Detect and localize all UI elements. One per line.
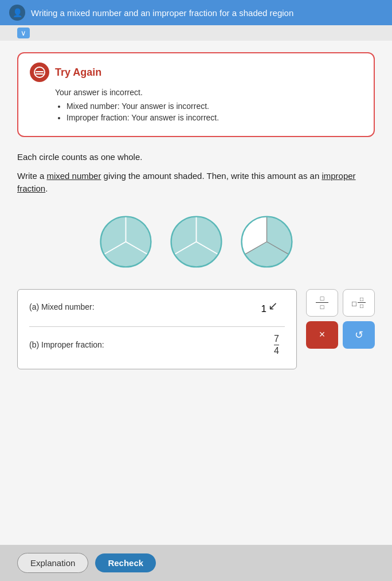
try-again-box: Try Again Your answer is incorrect. Mixe… [17,52,375,137]
redo-icon: ↺ [355,329,363,341]
fraction-icon: □ □ [316,295,328,311]
instruction-1: Each circle counts as one whole. [17,151,375,164]
user-avatar: 👤 [9,5,25,21]
mixed-number-link: mixed number [46,171,101,181]
instruction-2: Write a mixed number giving the amount s… [17,170,375,196]
bottom-bar: Explanation Recheck [0,545,392,581]
svg-rect-0 [36,71,44,72]
keypad: □ □ □ □ □ [306,289,375,349]
mixed-fraction-icon: □ □ □ [352,296,366,310]
delete-button[interactable]: × [306,321,338,349]
part-b-label: (b) Improper fraction: [29,340,104,349]
answer-divider [29,326,285,327]
part-a-label: (a) Mixed number: [29,302,95,311]
keypad-row-1: □ □ □ □ □ [306,289,375,317]
answer-row-a: (a) Mixed number: 1 ↙ [29,299,285,315]
delete-icon: × [319,329,326,341]
try-again-title: Try Again [55,67,101,79]
try-again-icon [30,63,49,82]
main-content: Try Again Your answer is incorrect. Mixe… [0,41,392,581]
chevron-button[interactable]: ∨ [17,28,30,38]
header-title: Writing a mixed number and an improper f… [31,8,293,18]
svg-rect-1 [36,73,44,75]
fraction-numerator: 7 [274,334,279,344]
mixed-whole: 1 [261,303,266,315]
mixed-number-display: 1 ↙ [261,299,279,315]
bullet-1: Mixed number: Your answer is incorrect. [66,102,362,111]
circle-2 [166,212,226,272]
fraction-bar [274,345,279,346]
mixed-fraction-button[interactable]: □ □ □ [343,289,375,317]
try-again-body: Your answer is incorrect. Mixed number: … [55,88,362,122]
keypad-row-2: × ↺ [306,321,375,349]
try-again-header: Try Again [30,63,362,82]
fraction-button[interactable]: □ □ [306,289,338,317]
circle-3 [237,212,297,272]
cursor-icon: ↙ [268,299,278,313]
fraction-denominator: 4 [274,346,279,356]
explanation-button[interactable]: Explanation [17,553,88,573]
answer-row-b: (b) Improper fraction: 7 4 [29,334,285,357]
try-again-subtitle: Your answer is incorrect. [55,88,362,97]
header-bar: 👤 Writing a mixed number and an improper… [0,0,392,25]
circle-1 [96,212,156,272]
improper-fraction-display: 7 4 [274,334,279,357]
answer-area: (a) Mixed number: 1 ↙ (b) Improper fract… [17,289,375,369]
bullet-2: Improper fraction: Your answer is incorr… [66,113,362,122]
circles-container [17,212,375,272]
try-again-bullets: Mixed number: Your answer is incorrect. … [55,102,362,122]
answer-box: (a) Mixed number: 1 ↙ (b) Improper fract… [17,289,297,369]
redo-button[interactable]: ↺ [343,321,375,349]
recheck-button[interactable]: Recheck [95,553,156,572]
